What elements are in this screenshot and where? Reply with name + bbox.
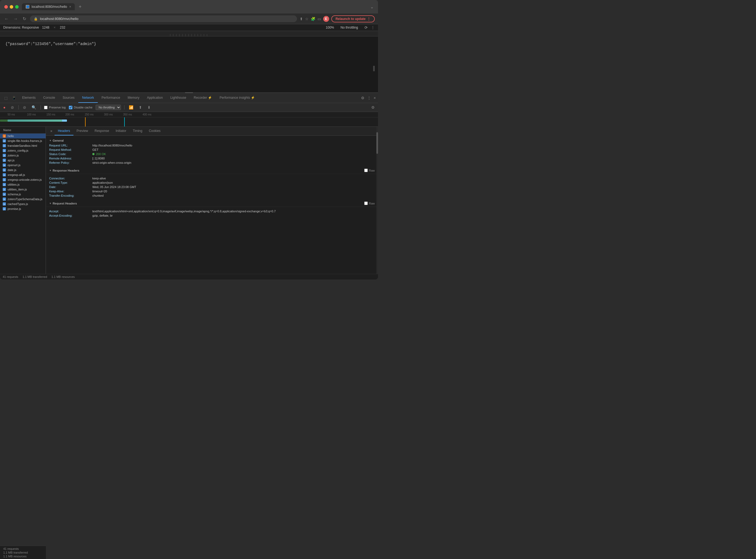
address-bar[interactable]: 🔒 localhost:8080/mvc/hello <box>30 15 297 22</box>
request-headers-title[interactable]: ▼ Request Headers <box>49 202 77 205</box>
file-item-7[interactable]: js date.js <box>0 167 46 172</box>
search-button[interactable]: 🔍 <box>30 104 37 111</box>
file-item-10[interactable]: js utilities.js <box>0 182 46 187</box>
back-button[interactable]: ← <box>3 15 10 22</box>
file-item-hello[interactable]: {} hello <box>0 134 46 138</box>
devtools-settings-icon[interactable]: ⚙ <box>361 96 365 100</box>
tab-performance[interactable]: Performance <box>98 93 124 103</box>
request-url-value[interactable]: http://localhost:8080/mvc/hello <box>92 144 375 147</box>
scrollbar-track[interactable] <box>376 127 378 274</box>
file-name-13: zoteroTypeSchemaData.js <box>7 198 42 201</box>
referrer-policy-key: Referrer Policy: <box>49 161 92 164</box>
device-toolbar-icon[interactable]: 📱 <box>10 93 18 103</box>
forward-button[interactable]: → <box>13 15 19 22</box>
timeline-bar-area <box>0 117 378 127</box>
accept-encoding-key: Accept-Encoding: <box>49 214 92 217</box>
keep-alive-key: Keep-Alive: <box>49 189 92 193</box>
scrollbar-thumb[interactable] <box>376 132 378 154</box>
tab-recorder[interactable]: Recorder ⚡ <box>190 93 216 103</box>
preserve-log-input[interactable] <box>44 106 47 109</box>
export-har-button[interactable]: ⬆ <box>138 104 143 111</box>
request-raw-input[interactable] <box>364 202 368 205</box>
request-raw-checkbox[interactable]: Raw <box>364 202 375 205</box>
transfer-encoding-value: chunked <box>92 194 375 197</box>
response-headers-title[interactable]: ▼ Response Headers <box>49 169 79 172</box>
accept-value: text/html,application/xhtml+xml,applicat… <box>92 210 375 213</box>
file-item-1[interactable]: js single-file-hooks-frames.js <box>0 138 46 143</box>
zoom-level[interactable]: 100% <box>326 26 334 29</box>
filter-button[interactable]: ⊘ <box>22 104 27 111</box>
inspect-icon[interactable]: ⬚ <box>2 93 10 103</box>
relaunch-button[interactable]: Relaunch to update ⋮ <box>331 15 375 22</box>
throttle-selector-top[interactable]: No throttling <box>341 26 358 29</box>
file-item-5[interactable]: js api.js <box>0 158 46 163</box>
file-item-3[interactable]: js zotero_config.js <box>0 148 46 153</box>
tab-console[interactable]: Console <box>39 93 59 103</box>
file-item-8[interactable]: js xregexp-all.js <box>0 172 46 177</box>
headers-tab-headers[interactable]: Headers <box>55 127 73 135</box>
active-tab[interactable]: 🔵 localhost:8080/mvc/hello × <box>22 3 75 10</box>
file-item-15[interactable]: js promise.js <box>0 206 46 211</box>
preserve-log-checkbox[interactable]: Preserve log <box>44 106 66 109</box>
download-har-button[interactable]: ⬇ <box>146 104 152 111</box>
headers-tab-preview[interactable]: Preview <box>73 127 91 135</box>
tab-sources[interactable]: Sources <box>59 93 78 103</box>
headers-tab-timing[interactable]: Timing <box>130 127 146 135</box>
headers-tab-initiator[interactable]: Initiator <box>112 127 129 135</box>
file-item-2[interactable]: h translateSandbox.html <box>0 143 46 148</box>
headers-panel: × Headers Preview Response Initiator Tim… <box>46 127 378 274</box>
minimize-button[interactable] <box>10 5 13 9</box>
headers-close-btn[interactable]: × <box>48 127 55 135</box>
file-item-9[interactable]: js xregexp-unicode-zotero.js <box>0 177 46 182</box>
record-button[interactable]: ● <box>2 104 6 111</box>
connection-key: Connection: <box>49 177 92 180</box>
devtools-more-icon[interactable]: ⋮ <box>367 96 371 100</box>
disable-cache-input[interactable] <box>69 106 72 109</box>
rotate-icon[interactable]: ⟳ <box>365 25 368 30</box>
file-name-14: cachedTypes.js <box>7 202 28 206</box>
file-item-12[interactable]: js schema.js <box>0 192 46 197</box>
file-name-12: schema.js <box>7 193 21 196</box>
tab-network[interactable]: Network <box>78 93 98 103</box>
file-item-13[interactable]: js zoteroTypeSchemaData.js <box>0 197 46 202</box>
tab-application[interactable]: Application <box>143 93 167 103</box>
close-button[interactable] <box>4 5 8 9</box>
response-raw-checkbox[interactable]: Raw <box>364 169 375 172</box>
devtools-close-icon[interactable]: × <box>374 96 376 100</box>
reload-button[interactable]: ↻ <box>22 15 27 22</box>
profile-icon[interactable]: E <box>323 16 329 22</box>
network-settings-btn[interactable]: ⚙ <box>370 104 376 111</box>
extension-icon[interactable]: 🧩 <box>311 17 315 21</box>
file-list-header: Name <box>0 127 46 134</box>
bookmark-icon[interactable]: ☆ <box>305 17 309 21</box>
clear-button[interactable]: ⊘ <box>10 104 15 111</box>
import-button[interactable]: 📶 <box>128 104 134 111</box>
tab-close-btn[interactable]: × <box>69 5 71 9</box>
share-icon[interactable]: ⬆ <box>300 17 303 21</box>
headers-tab-cookies[interactable]: Cookies <box>146 127 164 135</box>
tab-memory[interactable]: Memory <box>124 93 143 103</box>
file-item-11[interactable]: js utilities_item.js <box>0 187 46 192</box>
file-item-6[interactable]: js openurl.js <box>0 163 46 167</box>
cast-icon[interactable]: ▭ <box>318 17 321 21</box>
tab-menu-btn[interactable]: ⌄ <box>370 4 374 9</box>
throttle-dropdown[interactable]: No throttling <box>95 105 121 110</box>
file-icon-hello: {} <box>3 134 6 138</box>
tab-performance-insights[interactable]: Performance insights ⚡ <box>216 93 259 103</box>
file-item-4[interactable]: js zotero.js <box>0 153 46 158</box>
maximize-button[interactable] <box>15 5 19 9</box>
headers-tab-bar: × Headers Preview Response Initiator Tim… <box>46 127 378 136</box>
resize-handle[interactable]: ‖ <box>373 65 375 71</box>
preview-resize-bar[interactable] <box>0 92 378 93</box>
title-bar: 🔵 localhost:8080/mvc/hello × + ⌄ <box>0 0 378 14</box>
disable-cache-checkbox[interactable]: Disable cache <box>69 106 92 109</box>
tab-lighthouse[interactable]: Lighthouse <box>167 93 190 103</box>
tab-elements[interactable]: Elements <box>18 93 39 103</box>
headers-tab-response[interactable]: Response <box>91 127 112 135</box>
new-tab-btn[interactable]: + <box>77 4 83 10</box>
dimensions-label[interactable]: Dimensions: Responsive <box>3 26 39 29</box>
response-raw-input[interactable] <box>364 169 368 172</box>
general-section-title[interactable]: ▼ General <box>49 138 375 143</box>
file-item-14[interactable]: js cachedTypes.js <box>0 202 46 206</box>
more-menu-icon[interactable]: ⋮ <box>371 25 375 30</box>
